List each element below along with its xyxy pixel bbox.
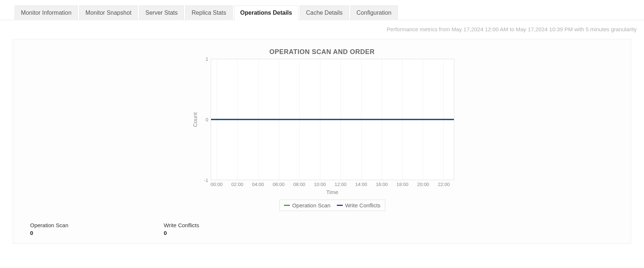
tab-operations-details[interactable]: Operations Details [234,6,298,20]
x-tick: 10:00 [314,182,326,187]
x-tick: 02:00 [231,182,243,187]
chart-area: Count 1 0 -1 00:0002:0004:0006:0008:0010… [190,59,454,211]
x-axis-label: Time [211,189,454,195]
x-tick: 00:00 [211,182,223,187]
stat-value: 0 [30,230,68,236]
x-tick: 12:00 [335,182,347,187]
stat-value: 0 [164,230,199,236]
stat-write-conflicts: Write Conflicts 0 [164,222,199,236]
y-axis-ticks: 1 0 -1 [200,59,211,180]
plot-area[interactable] [211,59,454,180]
tabs-bar: Monitor Information Monitor Snapshot Ser… [0,0,644,20]
chart-panel: OPERATION SCAN AND ORDER Count 1 0 -1 00… [13,39,631,244]
x-tick: 16:00 [376,182,388,187]
stats-row: Operation Scan 0 Write Conflicts 0 [13,211,631,236]
metrics-range-note: Performance metrics from May 17,2024 12:… [0,20,644,35]
x-tick: 14:00 [355,182,367,187]
tab-monitor-snapshot[interactable]: Monitor Snapshot [79,6,138,20]
y-tick: 1 [205,56,208,62]
y-tick: -1 [204,178,208,183]
x-tick: 08:00 [293,182,305,187]
x-tick: 06:00 [273,182,285,187]
x-tick: 22:00 [438,182,450,187]
legend-swatch [284,205,290,206]
legend-swatch [337,205,343,206]
chart-title: OPERATION SCAN AND ORDER [13,48,631,56]
tab-configuration[interactable]: Configuration [350,6,398,20]
legend-label: Write Conflicts [345,202,380,208]
legend-label: Operation Scan [292,202,330,208]
tab-server-stats[interactable]: Server Stats [139,6,184,20]
chart-legend: Operation ScanWrite Conflicts [279,200,385,211]
tab-monitor-information[interactable]: Monitor Information [15,6,78,20]
y-tick: 0 [205,117,208,122]
tab-replica-stats[interactable]: Replica Stats [185,6,232,20]
x-tick: 18:00 [397,182,409,187]
x-axis-ticks: 00:0002:0004:0006:0008:0010:0012:0014:00… [211,180,454,188]
series-line-write-conflicts [211,119,454,120]
stat-label: Write Conflicts [164,222,199,228]
x-tick: 04:00 [252,182,264,187]
x-tick: 20:00 [417,182,429,187]
stat-label: Operation Scan [30,222,68,228]
y-axis-label: Count [192,112,198,127]
tab-cache-details[interactable]: Cache Details [300,6,349,20]
stat-operation-scan: Operation Scan 0 [30,222,68,236]
